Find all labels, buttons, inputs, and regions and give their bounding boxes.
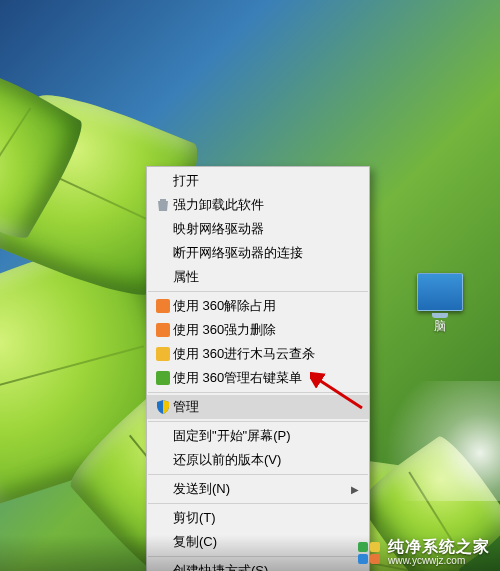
svg-rect-3 bbox=[156, 347, 170, 361]
menu-item-360-manage-menu[interactable]: 使用 360管理右键菜单 bbox=[147, 366, 369, 390]
watermark-url: www.ycwwjz.com bbox=[388, 556, 490, 567]
submenu-arrow-icon: ▶ bbox=[349, 484, 359, 495]
menu-item-restore-version[interactable]: 还原以前的版本(V) bbox=[147, 448, 369, 472]
menu-separator bbox=[148, 474, 368, 475]
logo-tile bbox=[370, 554, 380, 564]
menu-item-label: 使用 360强力删除 bbox=[173, 321, 359, 339]
blank-icon bbox=[153, 480, 173, 498]
menu-item-label: 管理 bbox=[173, 398, 359, 416]
menu-separator bbox=[148, 291, 368, 292]
menu-item-label: 使用 360进行木马云查杀 bbox=[173, 345, 359, 363]
menu-item-360-trojan[interactable]: 使用 360进行木马云查杀 bbox=[147, 342, 369, 366]
svg-rect-0 bbox=[160, 199, 166, 201]
sq-green-icon bbox=[153, 369, 173, 387]
menu-item-label: 断开网络驱动器的连接 bbox=[173, 244, 359, 262]
menu-item-manage[interactable]: 管理 bbox=[147, 395, 369, 419]
logo-tile bbox=[358, 542, 368, 552]
menu-item-disconnect-drive[interactable]: 断开网络驱动器的连接 bbox=[147, 241, 369, 265]
svg-rect-4 bbox=[156, 371, 170, 385]
menu-item-label: 使用 360解除占用 bbox=[173, 297, 359, 315]
menu-item-map-drive[interactable]: 映射网络驱动器 bbox=[147, 217, 369, 241]
blank-icon bbox=[153, 427, 173, 445]
blank-icon bbox=[153, 220, 173, 238]
blank-icon bbox=[153, 172, 173, 190]
menu-item-label: 剪切(T) bbox=[173, 509, 359, 527]
watermark-logo-icon bbox=[358, 542, 380, 564]
blank-icon bbox=[153, 509, 173, 527]
watermark: 纯净系统之家 www.ycwwjz.com bbox=[0, 535, 500, 571]
menu-item-label: 还原以前的版本(V) bbox=[173, 451, 359, 469]
menu-item-label: 打开 bbox=[173, 172, 359, 190]
shield-icon bbox=[153, 398, 173, 416]
logo-tile bbox=[370, 542, 380, 552]
watermark-title: 纯净系统之家 bbox=[388, 539, 490, 556]
menu-item-pin-start[interactable]: 固定到"开始"屏幕(P) bbox=[147, 424, 369, 448]
sq-yellow-icon bbox=[153, 345, 173, 363]
blank-icon bbox=[153, 268, 173, 286]
svg-rect-1 bbox=[156, 299, 170, 313]
menu-item-360-force-del[interactable]: 使用 360强力删除 bbox=[147, 318, 369, 342]
menu-separator bbox=[148, 503, 368, 504]
svg-rect-2 bbox=[156, 323, 170, 337]
monitor-icon bbox=[417, 273, 463, 311]
menu-item-label: 发送到(N) bbox=[173, 480, 349, 498]
menu-item-label: 属性 bbox=[173, 268, 359, 286]
menu-item-force-uninstall[interactable]: 强力卸载此软件 bbox=[147, 193, 369, 217]
sq-orange-icon bbox=[153, 297, 173, 315]
blank-icon bbox=[153, 244, 173, 262]
logo-tile bbox=[358, 554, 368, 564]
menu-separator bbox=[148, 421, 368, 422]
desktop-icon-label: 脑 bbox=[408, 318, 472, 335]
menu-item-label: 固定到"开始"屏幕(P) bbox=[173, 427, 359, 445]
menu-item-label: 强力卸载此软件 bbox=[173, 196, 359, 214]
trash-icon bbox=[153, 196, 173, 214]
blank-icon bbox=[153, 451, 173, 469]
menu-item-label: 使用 360管理右键菜单 bbox=[173, 369, 359, 387]
menu-item-open[interactable]: 打开 bbox=[147, 169, 369, 193]
sq-orange-icon bbox=[153, 321, 173, 339]
context-menu: 打开强力卸载此软件映射网络驱动器断开网络驱动器的连接属性使用 360解除占用使用… bbox=[146, 166, 370, 571]
desktop-icon-computer[interactable]: 脑 bbox=[408, 273, 472, 335]
menu-separator bbox=[148, 392, 368, 393]
menu-item-label: 映射网络驱动器 bbox=[173, 220, 359, 238]
menu-item-360-unlock[interactable]: 使用 360解除占用 bbox=[147, 294, 369, 318]
menu-item-cut[interactable]: 剪切(T) bbox=[147, 506, 369, 530]
menu-item-send-to[interactable]: 发送到(N)▶ bbox=[147, 477, 369, 501]
menu-item-properties[interactable]: 属性 bbox=[147, 265, 369, 289]
